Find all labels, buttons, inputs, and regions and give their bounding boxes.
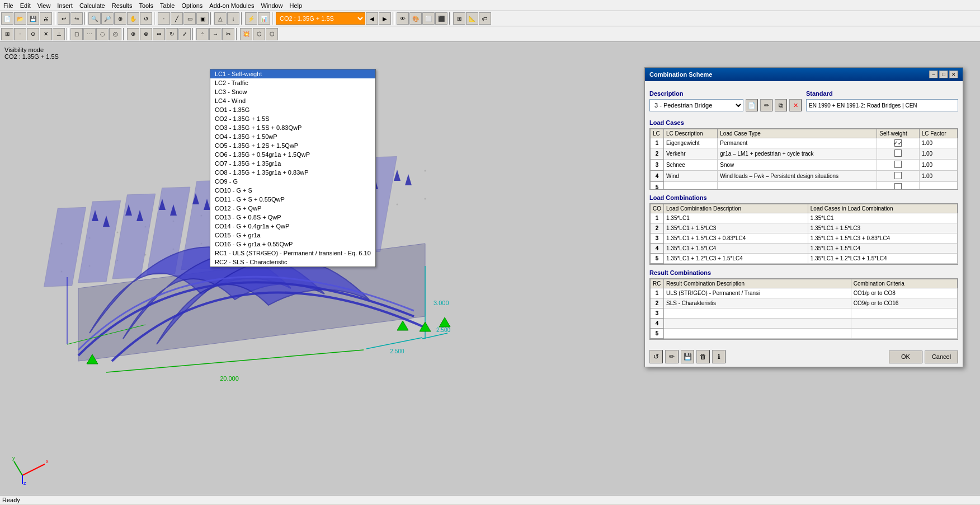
snap-int-btn[interactable]: ✕ — [40, 28, 52, 40]
dropdown-item-3[interactable]: LC4 - Wind — [210, 96, 375, 105]
section-btn[interactable]: ⊞ — [453, 12, 465, 25]
display-btn[interactable]: 👁 — [397, 12, 409, 25]
dropdown-item-2[interactable]: LC3 - Snow — [210, 87, 375, 96]
menu-insert[interactable]: Insert — [54, 1, 76, 10]
divide-btn[interactable]: ÷ — [196, 28, 209, 40]
undo-btn[interactable]: ↩ — [58, 12, 70, 25]
scale-btn[interactable]: ⤢ — [178, 28, 191, 40]
support-btn[interactable]: △ — [214, 12, 227, 25]
zoom-all-btn[interactable]: ⊕ — [114, 12, 126, 25]
standard-input[interactable] — [806, 99, 958, 111]
redo-btn[interactable]: ↪ — [70, 12, 83, 25]
menu-view[interactable]: View — [34, 1, 54, 10]
menu-edit[interactable]: Edit — [17, 1, 34, 10]
solid-render-btn[interactable]: ⬛ — [435, 12, 447, 25]
dropdown-item-0[interactable]: LC1 - Self-weight — [210, 69, 375, 78]
snap-mid-btn[interactable]: ⊙ — [27, 28, 39, 40]
open-btn[interactable]: 📂 — [14, 12, 26, 25]
lc-row-3[interactable]: 3 Schnee Snow 1.00 — [651, 160, 958, 171]
lc-row-4[interactable]: 4 Wind Wind loads – Fwk – Persistent des… — [651, 171, 958, 182]
dialog-minimize-btn[interactable]: – — [929, 71, 938, 78]
surface-btn[interactable]: ▭ — [183, 12, 196, 25]
menu-file[interactable]: File — [0, 1, 17, 10]
lc-row-2[interactable]: 2 Verkehr gr1a – LM1 + pedestrian + cycl… — [651, 148, 958, 160]
dropdown-item-8[interactable]: CO5 - 1.35G + 1.2S + 1.5QwP — [210, 141, 375, 150]
dropdown-item-6[interactable]: CO3 - 1.35G + 1.5S + 0.83QwP — [210, 123, 375, 132]
rc-row-5[interactable]: 5 — [651, 329, 958, 339]
new-btn[interactable]: 📄 — [1, 12, 13, 25]
lc-row-1[interactable]: 1 Eigengewicht Permanent ✓ 1.00 — [651, 138, 958, 148]
dialog-maximize-btn[interactable]: □ — [939, 71, 948, 78]
footer-save-btn[interactable]: 💾 — [681, 350, 694, 363]
footer-edit-btn[interactable]: ✏ — [665, 350, 679, 363]
zoom-in-btn[interactable]: 🔍 — [88, 12, 101, 25]
print-btn[interactable]: 🖨 — [40, 12, 52, 25]
ok-button[interactable]: OK — [889, 350, 922, 363]
explode-btn[interactable]: 💥 — [240, 28, 252, 40]
dropdown-item-18[interactable]: CO15 - G + gr1a — [210, 231, 375, 240]
dropdown-item-21[interactable]: RC2 - SLS - Characteristic — [210, 258, 375, 266]
render-btn[interactable]: 🎨 — [409, 12, 422, 25]
lc-sw-2[interactable] — [877, 148, 919, 160]
load-btn[interactable]: ↓ — [227, 12, 239, 25]
extend-btn[interactable]: → — [209, 28, 222, 40]
description-combo[interactable]: 3 - Pedestrian Bridge — [649, 99, 743, 111]
desc-copy-btn[interactable]: ⧉ — [775, 99, 787, 111]
lc-sw-1[interactable]: ✓ — [877, 138, 919, 148]
results-btn[interactable]: 📊 — [258, 12, 270, 25]
wireframe-btn[interactable]: ⬜ — [422, 12, 435, 25]
co-row-5[interactable]: 5 1.35*LC1 + 1.2*LC3 + 1.5*LC4 1.35*LC1 … — [651, 254, 958, 264]
co-row-3[interactable]: 3 1.35*LC1 + 1.5*LC3 + 0.83*LC4 1.35*LC1… — [651, 233, 958, 244]
save-btn[interactable]: 💾 — [27, 12, 39, 25]
tag-btn[interactable]: 🏷 — [479, 12, 491, 25]
menu-help[interactable]: Help — [286, 1, 306, 10]
filter-btn[interactable]: ⋯ — [83, 28, 96, 40]
ungroup-btn[interactable]: ⬡ — [266, 28, 278, 40]
solid-btn[interactable]: ▣ — [196, 12, 209, 25]
rc-row-4[interactable]: 4 — [651, 319, 958, 329]
hide-btn[interactable]: ◌ — [96, 28, 109, 40]
mirror-btn[interactable]: ⇔ — [153, 28, 165, 40]
move-btn[interactable]: ⊕ — [127, 28, 139, 40]
dropdown-item-4[interactable]: CO1 - 1.35G — [210, 105, 375, 114]
dropdown-item-11[interactable]: CO8 - 1.35G + 1.35gr1a + 0.83wP — [210, 168, 375, 177]
zoom-out-btn[interactable]: 🔎 — [101, 12, 114, 25]
menu-options[interactable]: Options — [178, 1, 206, 10]
dropdown-item-9[interactable]: CO6 - 1.35G + 0.54gr1a + 1.5QwP — [210, 150, 375, 159]
dropdown-item-20[interactable]: RC1 - ULS (STR/GEO) - Permanent / transi… — [210, 249, 375, 258]
rc-row-6[interactable]: 6 — [651, 339, 958, 340]
line-btn[interactable]: ╱ — [171, 12, 183, 25]
footer-info-btn[interactable]: ℹ — [712, 350, 725, 363]
menu-addons[interactable]: Add-on Modules — [206, 1, 257, 10]
pan-btn[interactable]: ✋ — [127, 12, 139, 25]
dropdown-item-7[interactable]: CO4 - 1.35G + 1.50wP — [210, 132, 375, 141]
lc-row-5[interactable]: 5 — [651, 182, 958, 190]
menu-calculate[interactable]: Calculate — [76, 1, 109, 10]
measure-btn[interactable]: 📐 — [466, 12, 478, 25]
isolate-btn[interactable]: ◎ — [109, 28, 121, 40]
group-btn[interactable]: ⬡ — [253, 28, 265, 40]
dropdown-item-16[interactable]: CO13 - G + 0.8S + QwP — [210, 213, 375, 222]
dropdown-item-15[interactable]: CO12 - G + QwP — [210, 204, 375, 213]
co-row-1[interactable]: 1 1.35*LC1 1.35*LC1 — [651, 213, 958, 223]
rc-row-3[interactable]: 3 — [651, 308, 958, 319]
rc-row-1[interactable]: 1 ULS (STR/GEO) - Permanent / Transi CO1… — [651, 288, 958, 298]
dialog-close-btn[interactable]: ✕ — [949, 71, 958, 78]
menu-window[interactable]: Window — [257, 1, 286, 10]
dropdown-item-5[interactable]: CO2 - 1.35G + 1.5S — [210, 114, 375, 123]
copy-btn[interactable]: ⊗ — [140, 28, 152, 40]
snap-grid-btn[interactable]: ⊞ — [1, 28, 13, 40]
trim-btn[interactable]: ✂ — [222, 28, 234, 40]
snap-node-btn[interactable]: · — [14, 28, 26, 40]
dropdown-item-12[interactable]: CO9 - G — [210, 177, 375, 186]
menu-table[interactable]: Table — [157, 1, 178, 10]
footer-delete-btn[interactable]: 🗑 — [696, 350, 710, 363]
lc-sw-4[interactable] — [877, 171, 919, 182]
dropdown-item-17[interactable]: CO14 - G + 0.4gr1a + QwP — [210, 222, 375, 231]
dropdown-item-13[interactable]: CO10 - G + S — [210, 186, 375, 195]
co-row-4[interactable]: 4 1.35*LC1 + 1.5*LC4 1.35*LC1 + 1.5*LC4 — [651, 244, 958, 254]
lc-sw-3[interactable] — [877, 160, 919, 171]
desc-delete-btn[interactable]: ✕ — [789, 99, 802, 111]
prev-btn[interactable]: ◀ — [366, 12, 378, 25]
menu-results[interactable]: Results — [109, 1, 136, 10]
